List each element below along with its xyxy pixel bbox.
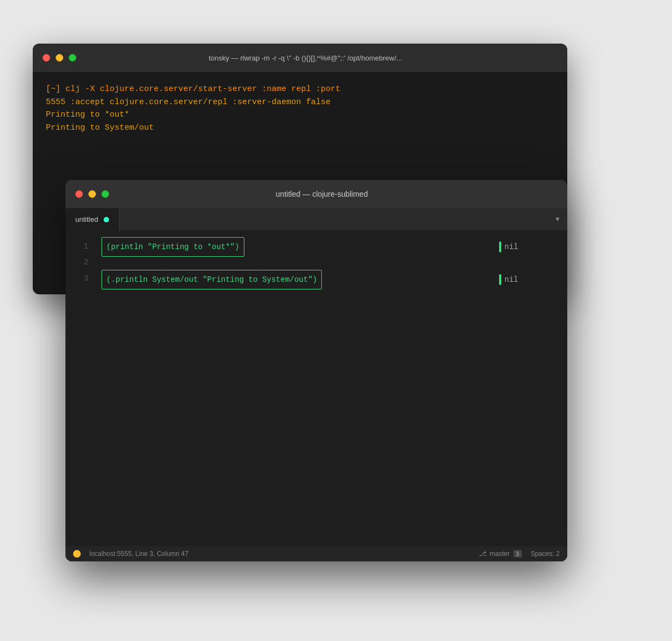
line-num-3: 3: [84, 271, 88, 287]
code-line-1: (println "Printing to *out*") nil: [101, 239, 567, 255]
git-icon: ⎇: [479, 550, 487, 558]
status-connection: localhost:5555, Line 3, Column 47: [89, 550, 188, 558]
close-button[interactable]: [43, 54, 50, 62]
terminal-prompt-line: [~] clj -X clojure.core.server/start-ser…: [46, 83, 554, 96]
connection-status-dot: [73, 550, 81, 558]
terminal-output-line-1: 5555 :accept clojure.core.server/repl :s…: [46, 96, 554, 108]
result-bar-1: [499, 241, 501, 252]
line-numbers: 1 2 3: [65, 231, 96, 545]
editor-tabbar: untitled ▼: [65, 208, 567, 231]
result-value-3: nil: [505, 271, 518, 288]
terminal-output-line-2: Printing to *out*: [46, 108, 554, 121]
status-spaces: Spaces: 2: [531, 550, 560, 558]
editor-title: untitled — clojure-sublimed: [86, 190, 557, 198]
result-value-1: nil: [505, 239, 518, 255]
status-git: ⎇ master 3: [479, 550, 522, 558]
line-num-2: 2: [84, 255, 88, 270]
terminal-body: [~] clj -X clojure.core.server/start-ser…: [33, 72, 567, 145]
tab-label: untitled: [75, 215, 98, 223]
result-1: nil: [499, 239, 518, 255]
editor-close-button[interactable]: [75, 190, 83, 198]
editor-titlebar: untitled — clojure-sublimed: [65, 180, 567, 208]
code-expression-3: (.println System/out "Printing to System…: [101, 270, 322, 289]
terminal-title: tonsky — rlwrap -m -r -q \" -b (){}[],^%…: [53, 54, 557, 62]
editor-tab-untitled[interactable]: untitled: [65, 208, 119, 231]
terminal-titlebar: tonsky — rlwrap -m -r -q \" -b (){}[],^%…: [33, 44, 567, 72]
editor-statusbar: localhost:5555, Line 3, Column 47 ⎇ mast…: [65, 545, 567, 561]
terminal-output: 5555 :accept clojure.core.server/repl :s…: [46, 96, 554, 134]
terminal-output-line-3: Printing to System/out: [46, 122, 554, 134]
editor-content[interactable]: 1 2 3 (println "Printing to *out*") nil …: [65, 231, 567, 545]
tab-dropdown-button[interactable]: ▼: [548, 208, 567, 231]
tab-modified-indicator: [104, 217, 109, 222]
editor-window: untitled — clojure-sublimed untitled ▼ 1…: [65, 180, 567, 561]
result-bar-3: [499, 274, 501, 285]
git-count-badge: 3: [513, 550, 522, 558]
git-branch-label: master: [490, 550, 510, 558]
line-num-1: 1: [84, 239, 88, 255]
editor-lines[interactable]: (println "Printing to *out*") nil (.prin…: [96, 231, 567, 545]
code-line-3: (.println System/out "Printing to System…: [101, 271, 567, 288]
code-line-2: [101, 255, 567, 271]
dropdown-icon: ▼: [555, 216, 559, 223]
code-expression-1: (println "Printing to *out*"): [101, 237, 244, 257]
result-3: nil: [499, 271, 518, 288]
